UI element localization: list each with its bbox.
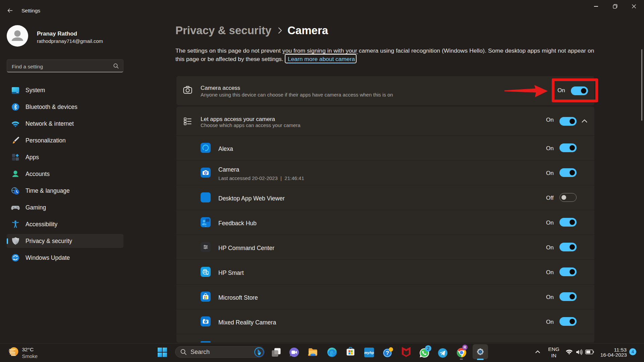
- svg-text:?: ?: [386, 350, 389, 356]
- svg-text:myhp: myhp: [364, 351, 374, 355]
